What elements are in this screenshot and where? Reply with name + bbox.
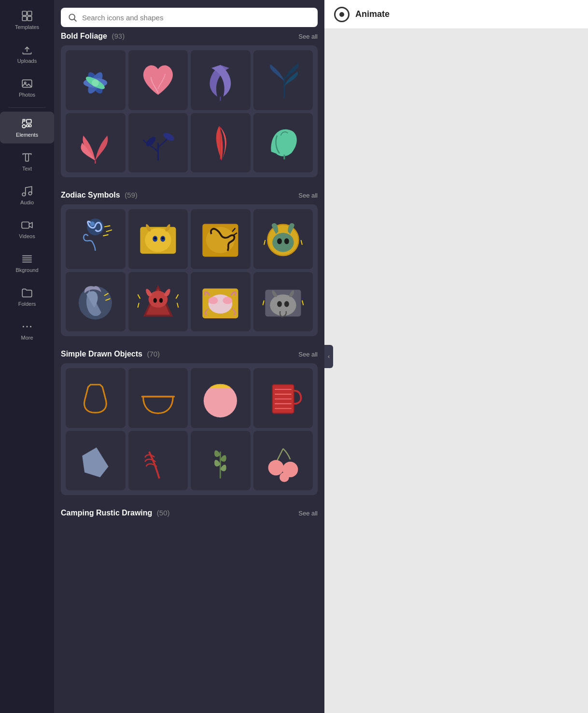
search-bar-container <box>54 0 324 32</box>
collapse-panel-button[interactable]: ‹ <box>324 345 333 368</box>
background-icon <box>21 253 33 265</box>
search-icon <box>68 13 77 22</box>
list-item[interactable] <box>253 368 313 428</box>
list-item[interactable] <box>128 368 188 428</box>
svg-point-30 <box>90 222 95 227</box>
section-simple-drawn-title-wrap: Simple Drawn Objects (70) <box>61 350 160 358</box>
search-input[interactable] <box>82 14 311 22</box>
list-item[interactable] <box>66 113 126 173</box>
list-item[interactable] <box>191 50 251 110</box>
sidebar-item-folders[interactable]: Folders <box>0 281 54 313</box>
section-simple-drawn: Simple Drawn Objects (70) See all <box>61 350 318 495</box>
bold-foliage-grid <box>61 45 318 177</box>
drawn-bowl <box>134 374 182 422</box>
svg-point-35 <box>154 237 156 240</box>
sidebar-item-uploads[interactable]: Uploads <box>0 38 54 70</box>
drawn-mug <box>259 374 307 422</box>
svg-point-41 <box>277 239 282 244</box>
list-item[interactable] <box>253 272 313 332</box>
zodiac-aquarius <box>71 215 119 263</box>
svg-point-10 <box>22 193 26 196</box>
section-bold-foliage-title: Bold Foliage <box>61 32 107 40</box>
list-item[interactable] <box>253 431 313 491</box>
svg-rect-2 <box>22 16 27 21</box>
right-panel: Animate <box>324 0 588 713</box>
foliage-red-feather <box>196 119 244 167</box>
foliage-pink-heart <box>134 56 182 104</box>
list-item[interactable] <box>128 50 188 110</box>
sidebar-item-photos[interactable]: Photos <box>0 71 54 103</box>
sidebar: Templates Uploads Photos Elements T <box>0 0 54 713</box>
sidebar-item-elements[interactable]: Elements <box>0 112 54 143</box>
list-item[interactable] <box>253 50 313 110</box>
zodiac-capricorn-2 <box>259 278 307 326</box>
section-zodiac-title-wrap: Zodiac Symbols (59) <box>61 191 138 200</box>
section-simple-drawn-title: Simple Drawn Objects <box>61 350 142 358</box>
list-item[interactable] <box>66 50 126 110</box>
list-item[interactable] <box>191 113 251 173</box>
drawn-herb <box>196 437 244 485</box>
svg-point-52 <box>270 294 296 315</box>
svg-rect-3 <box>28 16 32 21</box>
text-icon <box>21 151 33 164</box>
svg-point-26 <box>92 80 99 87</box>
section-camping-header: Camping Rustic Drawing (50) See all <box>61 509 318 517</box>
list-item[interactable] <box>191 431 251 491</box>
zodiac-capricorn <box>134 215 182 263</box>
sidebar-item-text[interactable]: Text <box>0 145 54 177</box>
list-item[interactable] <box>191 272 251 332</box>
section-zodiac-see-all[interactable]: See all <box>298 192 318 199</box>
list-item[interactable] <box>66 431 126 491</box>
foliage-purple-leaf <box>196 56 244 104</box>
svg-point-42 <box>284 239 289 244</box>
svg-point-36 <box>162 237 164 240</box>
more-icon <box>21 320 33 333</box>
section-camping-title: Camping Rustic Drawing <box>61 509 152 517</box>
section-camping-see-all[interactable]: See all <box>298 510 318 517</box>
svg-rect-0 <box>22 11 27 15</box>
section-bold-foliage-title-wrap: Bold Foliage (93) <box>61 32 125 41</box>
list-item[interactable] <box>128 272 188 332</box>
sidebar-item-background[interactable]: Bkground <box>0 247 54 279</box>
list-item[interactable] <box>128 209 188 269</box>
sidebar-item-background-label: Bkground <box>15 267 38 273</box>
elements-panel: Bold Foliage (93) See all <box>54 0 324 713</box>
folders-icon <box>21 286 33 299</box>
svg-point-18 <box>26 326 28 327</box>
list-item[interactable] <box>253 113 313 173</box>
list-item[interactable] <box>253 209 313 269</box>
svg-rect-7 <box>27 119 31 123</box>
section-zodiac-header: Zodiac Symbols (59) See all <box>61 191 318 200</box>
list-item[interactable] <box>191 209 251 269</box>
section-bold-foliage-header: Bold Foliage (93) See all <box>61 32 318 41</box>
svg-point-45 <box>153 298 156 303</box>
drawn-branch <box>134 437 182 485</box>
list-item[interactable] <box>128 113 188 173</box>
svg-point-20 <box>69 14 75 20</box>
list-item[interactable] <box>128 431 188 491</box>
sidebar-item-templates[interactable]: Templates <box>0 4 54 36</box>
sidebar-item-audio[interactable]: Audio <box>0 179 54 211</box>
svg-point-17 <box>23 326 24 327</box>
section-bold-foliage-see-all[interactable]: See all <box>298 33 318 40</box>
list-item[interactable] <box>66 209 126 269</box>
sidebar-item-videos[interactable]: Videos <box>0 213 54 245</box>
list-item[interactable] <box>191 368 251 428</box>
zodiac-cancer <box>196 278 244 326</box>
sidebar-item-more-label: More <box>21 335 33 341</box>
section-camping-count: (50) <box>157 509 170 517</box>
svg-point-28 <box>162 131 176 142</box>
section-zodiac-title: Zodiac Symbols <box>61 191 120 199</box>
svg-point-65 <box>268 460 283 475</box>
foliage-pink-leaves <box>71 119 119 167</box>
svg-point-32 <box>145 228 171 252</box>
animate-label[interactable]: Animate <box>355 9 390 19</box>
canvas-area[interactable] <box>324 29 588 713</box>
sidebar-item-more[interactable]: More <box>0 314 54 346</box>
list-item[interactable] <box>66 272 126 332</box>
animate-icon <box>334 7 350 22</box>
section-simple-drawn-see-all[interactable]: See all <box>298 351 318 358</box>
svg-point-11 <box>28 192 32 195</box>
sidebar-item-elements-label: Elements <box>16 132 38 138</box>
list-item[interactable] <box>66 368 126 428</box>
